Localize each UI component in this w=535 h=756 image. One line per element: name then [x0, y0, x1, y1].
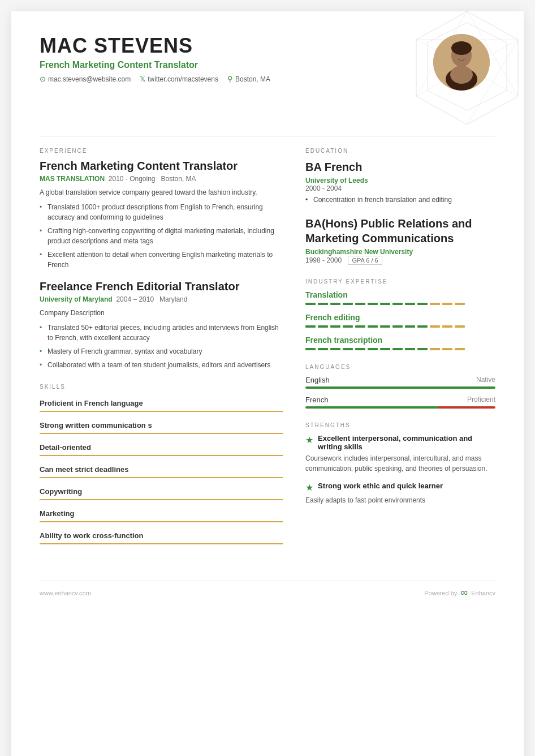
- skills-label: SKILLS: [40, 384, 283, 390]
- edu-gpa-2: GPA 6 / 6: [348, 256, 382, 265]
- footer-website: www.enhancv.com: [40, 590, 91, 596]
- contact-info: ⊙ mac.stevens@website.com 𝕏 twitter.com/…: [40, 75, 405, 83]
- dash: [417, 303, 428, 305]
- expertise-name-2: French editing: [305, 313, 495, 322]
- exp-meta-2: University of Maryland 2004 – 2010 Maryl…: [40, 295, 283, 303]
- enhancv-logo-name: Enhancv: [471, 590, 495, 596]
- edu-bullets-1: Concentration in french translation and …: [305, 195, 495, 205]
- dash: [318, 325, 328, 328]
- dash: [330, 348, 340, 350]
- expertise-bar-2: [305, 325, 495, 328]
- skill-6: Marketing: [40, 506, 283, 522]
- email-icon: ⊙: [40, 75, 46, 83]
- dash-dim: [442, 303, 452, 305]
- exp-bullet-1-3: Excellent attention to detail when conve…: [40, 250, 283, 270]
- expertise-name-1: Translation: [305, 290, 495, 299]
- language-english: English Native: [305, 376, 495, 389]
- expertise-bar-1: [305, 303, 495, 305]
- dash-dim: [442, 325, 452, 328]
- experience-section: EXPERIENCE French Marketing Content Tran…: [40, 148, 283, 370]
- dash: [417, 325, 428, 328]
- header-divider: [40, 136, 495, 136]
- exp-title-2: Freelance French Editorial Translator: [40, 280, 283, 293]
- dash: [380, 348, 390, 350]
- candidate-title: French Marketing Content Translator: [40, 60, 405, 70]
- dash: [318, 348, 328, 350]
- dash: [355, 325, 365, 328]
- strength-desc-2: Easily adapts to fast point environments: [305, 495, 495, 505]
- edu-degree-1: BA French: [305, 160, 495, 174]
- education-section: EDUCATION BA French University of Leeds …: [305, 148, 495, 265]
- edu-school-1: University of Leeds: [305, 177, 495, 184]
- lang-english-bar-bg: [305, 386, 495, 389]
- exp-desc-1: A global translation service company gea…: [40, 187, 283, 197]
- twitter-icon: 𝕏: [140, 75, 145, 83]
- dash: [305, 348, 316, 350]
- dash: [330, 303, 340, 305]
- exp-bullets-2: Translated 50+ editorial pieces, includi…: [40, 323, 283, 370]
- resume-page: MAC STEVENS French Marketing Content Tra…: [11, 11, 524, 756]
- svg-point-10: [451, 41, 472, 55]
- dash: [343, 303, 353, 305]
- dash-dim: [430, 303, 440, 305]
- education-item-1: BA French University of Leeds 2000 - 200…: [305, 160, 495, 205]
- profile-photo: [433, 34, 490, 91]
- strength-title-2: Strong work ethic and quick learner: [318, 482, 443, 490]
- left-column: EXPERIENCE French Marketing Content Tran…: [40, 148, 283, 558]
- exp-desc-2: Company Description: [40, 308, 283, 318]
- dash-dim: [442, 348, 452, 350]
- avatar-image: [433, 34, 490, 91]
- footer-logo-area: Powered by ∞ Enhancv: [424, 587, 495, 599]
- dash: [417, 348, 428, 350]
- experience-label: EXPERIENCE: [40, 148, 283, 154]
- header-left: MAC STEVENS French Marketing Content Tra…: [40, 34, 405, 83]
- dash-dim: [455, 303, 465, 305]
- skill-5: Copywriting: [40, 484, 283, 500]
- exp-bullet-1-2: Crafting high-converting copywriting of …: [40, 226, 283, 246]
- exp-title-1: French Marketing Content Translator: [40, 160, 283, 173]
- strength-2-header: ★ Strong work ethic and quick learner: [305, 482, 495, 493]
- dash: [318, 303, 328, 305]
- skill-3: Detail-oriented: [40, 440, 283, 456]
- right-column: EDUCATION BA French University of Leeds …: [305, 148, 495, 558]
- edu-bullet-1-1: Concentration in french translation and …: [305, 195, 495, 205]
- dash-dim: [430, 348, 440, 350]
- strength-title-1: Excellent interpersonal, communication a…: [318, 434, 495, 451]
- exp-company-1: MAS TRANSLATION: [40, 175, 105, 183]
- skill-2: Strong written communication s: [40, 418, 283, 434]
- dash: [355, 303, 365, 305]
- dash: [368, 348, 378, 350]
- enhancv-logo-icon: ∞: [460, 587, 468, 599]
- expertise-french-editing: French editing: [305, 313, 495, 328]
- lang-english-bar-fill: [305, 386, 495, 389]
- strength-desc-1: Coursework includes interpersonal, inter…: [305, 453, 495, 474]
- lang-french-level: Proficient: [467, 396, 495, 404]
- dash: [392, 348, 403, 350]
- email-contact: ⊙ mac.stevens@website.com: [40, 75, 131, 83]
- exp-bullet-1-1: Translated 1000+ product descriptions fr…: [40, 202, 283, 222]
- skill-1: Proficient in French language: [40, 396, 283, 412]
- skill-4: Can meet strict deadlines: [40, 462, 283, 478]
- exp-company-2: University of Maryland: [40, 295, 113, 303]
- dash: [380, 325, 390, 328]
- expertise-bar-3: [305, 348, 495, 350]
- star-icon-1: ★: [305, 435, 313, 445]
- edu-years-2: 1998 - 2000 GPA 6 / 6: [305, 256, 495, 265]
- dash: [305, 303, 316, 305]
- strengths-label: STRENGTHS: [305, 422, 495, 428]
- page-footer: www.enhancv.com Powered by ∞ Enhancv: [40, 581, 495, 599]
- dash-dim: [455, 325, 465, 328]
- dash: [405, 303, 415, 305]
- language-french: French Proficient: [305, 396, 495, 409]
- industry-label: INDUSTRY EXPERTISE: [305, 278, 495, 285]
- dash: [343, 348, 353, 350]
- resume-header: MAC STEVENS French Marketing Content Tra…: [40, 34, 495, 124]
- dash: [392, 303, 403, 305]
- exp-meta-1: MAS TRANSLATION 2010 - Ongoing Boston, M…: [40, 175, 283, 183]
- skills-section: SKILLS Proficient in French language Str…: [40, 384, 283, 544]
- dash: [368, 325, 378, 328]
- industry-expertise-section: INDUSTRY EXPERTISE Translation: [305, 278, 495, 350]
- dash: [405, 348, 415, 350]
- education-item-2: BA(Hons) Public Relations and Marketing …: [305, 216, 495, 265]
- lang-english-header: English Native: [305, 376, 495, 384]
